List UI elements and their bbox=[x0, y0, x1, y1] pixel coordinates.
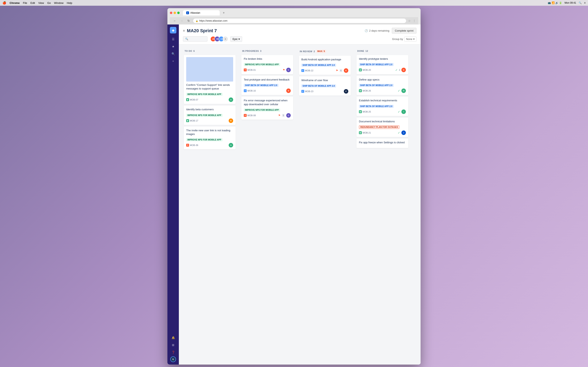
card[interactable]: Identify beta customers IMPROVE NPS FOR … bbox=[184, 106, 236, 125]
minimize-button[interactable] bbox=[173, 12, 176, 14]
column-done: DONE 12 Identify prototype testers SHIP … bbox=[355, 48, 410, 361]
story-icon: ▶ bbox=[359, 68, 362, 71]
card-assignee-avatar: E bbox=[344, 68, 348, 73]
sidebar-item-help[interactable]: ❓ bbox=[170, 349, 176, 356]
search-box[interactable]: 🔍 bbox=[183, 36, 208, 42]
active-tab[interactable]: A Atlassian bbox=[183, 10, 220, 16]
menubar-left: 🍎 Chrome File Edit View Go Window Help bbox=[2, 1, 72, 5]
card[interactable]: Identify prototype testers SHIP BETA OF … bbox=[356, 55, 408, 74]
card-image bbox=[186, 57, 233, 82]
card-title: Define app specs bbox=[359, 78, 406, 82]
card-title: Fix error message experienced when app d… bbox=[244, 99, 291, 106]
card-id-text: MOB-22 bbox=[305, 69, 313, 72]
bug-icon: ✕ bbox=[186, 144, 189, 147]
search-icon: 🔍 bbox=[185, 38, 188, 40]
card-footer: ▶ MOB-07 A bbox=[186, 98, 233, 102]
tab-favicon: A bbox=[186, 11, 189, 14]
menubar-file[interactable]: File bbox=[23, 1, 27, 4]
menubar: 🍎 Chrome File Edit View Go Window Help 📺… bbox=[0, 0, 588, 6]
group-by-select[interactable]: None ▾ bbox=[404, 36, 416, 42]
column-inreview: IN REVIEW 2 MAX: 5 Build Android applica… bbox=[297, 48, 352, 361]
story-icon: ▶ bbox=[359, 89, 362, 92]
card-id: ▶ MOB-07 bbox=[186, 98, 198, 101]
user-avatar[interactable]: U bbox=[170, 356, 176, 362]
browser-chrome: A Atlassian + ← → ↻ 🔒 https://www.atlass… bbox=[167, 8, 421, 25]
nav-reload-button[interactable]: ↻ bbox=[186, 18, 191, 23]
column-max-badge: MAX: 5 bbox=[316, 50, 326, 53]
sidebar-item-apps[interactable]: ⊞ bbox=[170, 342, 176, 348]
sidebar-item-create[interactable]: ＋ bbox=[170, 58, 176, 64]
card-footer: ▶ MOB-17 B bbox=[186, 118, 233, 123]
card[interactable]: The invite new user link is not loading … bbox=[184, 127, 236, 150]
address-bar[interactable]: 🔒 https://www.atlassian.com bbox=[193, 18, 406, 23]
card[interactable]: Build Android application package SHIP B… bbox=[299, 56, 351, 75]
jira-sidebar: ◆ ☰ ★ 🔍 ＋ 🔔 ⊞ ❓ U bbox=[167, 25, 179, 365]
group-by: Group by None ▾ bbox=[392, 36, 416, 42]
bug-icon: ✕ bbox=[244, 68, 247, 71]
days-remaining: 🕐 2 days remaining bbox=[365, 29, 389, 32]
complete-sprint-button[interactable]: Complete sprint bbox=[392, 28, 416, 34]
card-assignee-avatar: I bbox=[401, 109, 406, 114]
new-tab-button[interactable]: + bbox=[221, 10, 226, 15]
card-id-text: MOB-26 bbox=[363, 90, 371, 92]
card[interactable]: Establish technical requirements SHIP BE… bbox=[356, 97, 408, 116]
card[interactable]: Fix broken links IMPROVE NPS FOR MOBILE … bbox=[241, 55, 293, 74]
hamburger-icon[interactable]: ≡ bbox=[183, 29, 185, 33]
bookmark-icon[interactable]: ☆ bbox=[408, 19, 411, 22]
card[interactable]: Fix error message experienced when app d… bbox=[241, 97, 293, 119]
chevron-down-icon: ▾ bbox=[238, 38, 240, 41]
menubar-go[interactable]: Go bbox=[47, 1, 51, 4]
jira-logo[interactable]: ◆ bbox=[170, 27, 176, 33]
card-id: ✓ MOB-22 bbox=[301, 69, 313, 72]
menubar-edit[interactable]: Edit bbox=[30, 1, 35, 4]
card-title: Identify beta customers bbox=[186, 108, 233, 111]
card[interactable]: Define app specs SHIP BETA OF MOBILE APP… bbox=[356, 76, 408, 95]
nav-forward-button[interactable]: → bbox=[179, 18, 184, 23]
menubar-view[interactable]: View bbox=[38, 1, 44, 4]
menubar-help[interactable]: Help bbox=[67, 1, 72, 4]
menubar-window[interactable]: Window bbox=[54, 1, 63, 4]
task-icon: ✓ bbox=[301, 90, 304, 93]
card-epic-badge: SHIP BETA OF MOBILE APP 2.0 bbox=[244, 84, 278, 87]
card-title: Confirm "Contact Support" link sends mes… bbox=[186, 83, 233, 91]
sidebar-item-notifications[interactable]: 🔔 bbox=[170, 334, 176, 341]
maximize-button[interactable] bbox=[177, 12, 180, 14]
epic-filter[interactable]: Epic ▾ bbox=[230, 36, 242, 42]
card-epic-badge: REDUNDANCY PLAN FOR OUTAGES bbox=[359, 125, 399, 129]
search-menu-icon[interactable]: 🔍 bbox=[579, 1, 582, 4]
sidebar-item-menu[interactable]: ☰ bbox=[170, 36, 176, 42]
card-id-text: MOB-17 bbox=[190, 119, 198, 122]
card-title: The invite new user link is not loading … bbox=[186, 129, 233, 136]
nav-back-button[interactable]: ← bbox=[172, 18, 177, 23]
control-center-icon[interactable]: ≡ bbox=[584, 1, 586, 4]
card-meta: ⚑C bbox=[283, 68, 291, 72]
card-footer: ✓ MOB-23 F bbox=[301, 89, 348, 94]
close-button[interactable] bbox=[170, 12, 172, 14]
sidebar-item-starred[interactable]: ★ bbox=[170, 43, 176, 50]
sidebar-item-search[interactable]: 🔍 bbox=[170, 50, 176, 57]
card[interactable]: Wireframe of user flow SHIP BETA OF MOBI… bbox=[299, 76, 351, 96]
traffic-lights bbox=[170, 12, 180, 14]
card[interactable]: Test prototype and document feedback SHI… bbox=[241, 76, 293, 95]
card[interactable]: Fix app freeze when Settings is clicked bbox=[356, 139, 408, 148]
card-epic-badge: SHIP BETA OF MOBILE APP 2.0 bbox=[301, 64, 336, 67]
card-footer: ▶ MOB-26 ✓H bbox=[359, 89, 406, 93]
card[interactable]: Document technical limitations REDUNDANC… bbox=[356, 118, 408, 137]
card-footer: ✕ MOB-36 A bbox=[186, 143, 233, 147]
card-epic-badge: IMPROVE NPS FOR MOBILE APP bbox=[186, 114, 223, 117]
clock-icon: 🕐 bbox=[365, 29, 368, 32]
add-people-button[interactable]: + bbox=[223, 36, 228, 42]
card-meta: D bbox=[286, 89, 291, 93]
card-meta: A bbox=[229, 98, 233, 102]
column-label: TO DO bbox=[185, 50, 192, 52]
flag-icon: ⚑ bbox=[283, 68, 285, 71]
story-icon: ▶ bbox=[359, 131, 362, 134]
card[interactable]: Confirm "Contact Support" link sends mes… bbox=[184, 55, 236, 104]
apple-logo-icon[interactable]: 🍎 bbox=[2, 1, 6, 5]
more-icon[interactable]: ⋮ bbox=[413, 19, 416, 22]
card-id-text: MOB-23 bbox=[305, 90, 313, 92]
column-label: IN PROGRESS bbox=[242, 50, 259, 52]
menubar-app: Chrome bbox=[9, 1, 20, 4]
card-assignee-avatar: G bbox=[401, 68, 406, 72]
card-epic-badge: SHIP BETA OF MOBILE APP 2.0 bbox=[301, 84, 336, 87]
